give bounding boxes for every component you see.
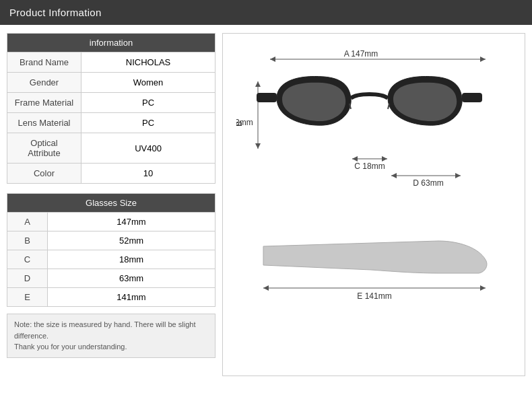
header-title: Product Information bbox=[9, 7, 102, 18]
svg-marker-6 bbox=[255, 143, 261, 149]
svg-marker-1 bbox=[270, 57, 275, 62]
glasses-top-diagram: A 147mm B 52mm bbox=[236, 44, 499, 213]
row-label: Color bbox=[7, 164, 81, 184]
note-box: Note: the size is measured by hand. Ther… bbox=[7, 314, 215, 358]
size-table: Glasses Size A147mmB52mmC18mmD63mmE141mm bbox=[7, 193, 215, 307]
table-row: A147mm bbox=[7, 213, 215, 231]
svg-text:E  141mm: E 141mm bbox=[357, 291, 391, 301]
svg-marker-20 bbox=[263, 285, 269, 291]
size-row-value: 147mm bbox=[48, 213, 215, 231]
left-panel: information Brand NameNICHOLASGenderWome… bbox=[7, 33, 215, 376]
svg-marker-17 bbox=[455, 173, 461, 178]
row-value: 10 bbox=[81, 164, 215, 184]
row-value: PC bbox=[81, 113, 215, 133]
row-label: Frame Material bbox=[7, 93, 81, 113]
table-row: GenderWomen bbox=[7, 73, 215, 93]
size-row-label: A bbox=[7, 213, 48, 231]
svg-marker-2 bbox=[480, 57, 486, 62]
row-value: Women bbox=[81, 73, 215, 93]
table-row: Frame MaterialPC bbox=[7, 93, 215, 113]
size-row-value: 18mm bbox=[48, 250, 215, 269]
size-row-label: C bbox=[7, 250, 48, 269]
svg-text:52mm: 52mm bbox=[236, 118, 253, 127]
table-row: Brand NameNICHOLAS bbox=[7, 52, 215, 73]
note-line2: Thank you for your understanding. bbox=[14, 341, 208, 353]
row-value: NICHOLAS bbox=[81, 52, 215, 73]
size-row-label: E bbox=[7, 288, 48, 307]
svg-rect-10 bbox=[462, 93, 482, 102]
main-content: information Brand NameNICHOLASGenderWome… bbox=[0, 25, 532, 384]
diagram-area: A 147mm B 52mm bbox=[236, 44, 511, 365]
svg-rect-9 bbox=[257, 93, 277, 102]
info-table: information Brand NameNICHOLASGenderWome… bbox=[7, 33, 215, 184]
svg-marker-5 bbox=[255, 81, 261, 87]
row-label: Lens Material bbox=[7, 113, 81, 133]
size-row-label: B bbox=[7, 231, 48, 250]
table-row: E141mm bbox=[7, 288, 215, 307]
row-value: UV400 bbox=[81, 133, 215, 164]
svg-text:D  63mm: D 63mm bbox=[413, 178, 443, 188]
table-row: Optical AttributeUV400 bbox=[7, 133, 215, 164]
product-info-header: Product Information bbox=[0, 0, 532, 25]
row-label: Optical Attribute bbox=[7, 133, 81, 164]
svg-marker-16 bbox=[391, 173, 397, 178]
size-row-value: 141mm bbox=[48, 288, 215, 307]
size-row-label: D bbox=[7, 269, 48, 288]
svg-text:C  18mm: C 18mm bbox=[354, 162, 385, 171]
info-table-header: information bbox=[7, 34, 215, 52]
row-value: PC bbox=[81, 93, 215, 113]
table-row: Color10 bbox=[7, 164, 215, 184]
glasses-side-diagram: E 141mm bbox=[236, 213, 499, 307]
row-label: Brand Name bbox=[7, 52, 81, 73]
svg-marker-21 bbox=[480, 285, 486, 291]
size-row-value: 52mm bbox=[48, 231, 215, 250]
row-label: Gender bbox=[7, 73, 81, 93]
svg-marker-12 bbox=[352, 156, 358, 162]
size-row-value: 63mm bbox=[48, 269, 215, 288]
right-panel: A 147mm B 52mm bbox=[222, 33, 525, 376]
table-row: D63mm bbox=[7, 269, 215, 288]
size-table-header: Glasses Size bbox=[7, 194, 215, 213]
note-line1: Note: the size is measured by hand. Ther… bbox=[14, 319, 208, 341]
table-row: Lens MaterialPC bbox=[7, 113, 215, 133]
table-row: C18mm bbox=[7, 250, 215, 269]
table-row: B52mm bbox=[7, 231, 215, 250]
svg-text:A  147mm: A 147mm bbox=[344, 49, 378, 59]
svg-marker-13 bbox=[382, 156, 387, 162]
